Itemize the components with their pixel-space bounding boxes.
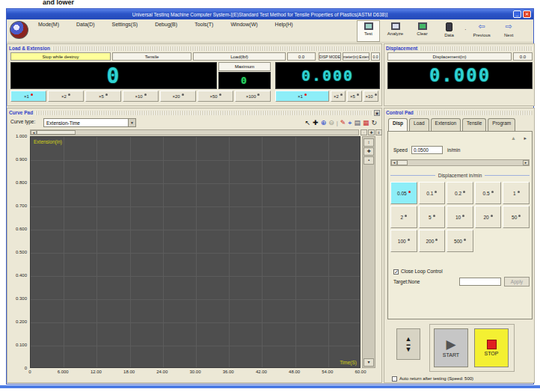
stop-while-destroy-button[interactable]: Stop while destroy xyxy=(10,52,111,61)
scroll-dot-button[interactable]: · xyxy=(360,129,367,135)
scroll-cross-button[interactable]: ✚ xyxy=(368,129,375,135)
speed-50-button[interactable]: 50 xyxy=(503,206,530,228)
menu-item-tools-t[interactable]: Tools(T) xyxy=(194,22,213,27)
speed-5-button[interactable]: 5 xyxy=(419,206,446,228)
tab-disp[interactable]: Disp xyxy=(388,118,408,132)
speed-grid-divider: Displacement in/min xyxy=(390,173,530,178)
scroll-lines-button[interactable]: ≡ xyxy=(375,129,382,135)
load-multiplier-100-button[interactable]: ×100 xyxy=(235,91,271,102)
hscroll-thumb[interactable] xyxy=(37,130,76,135)
toolbar-next-button[interactable]: ⇨Next xyxy=(497,20,521,42)
menu-item-help-h[interactable]: Help(H) xyxy=(275,22,293,27)
chart-hscrollbar[interactable]: ◄ xyxy=(30,129,359,135)
export-icon[interactable]: ▦ xyxy=(363,119,369,127)
load-multiplier-5-button[interactable]: ×5 xyxy=(85,91,121,102)
speed-0-2-button[interactable]: 0.2 xyxy=(447,182,473,204)
load-multiplier-2-button[interactable]: ×2 xyxy=(48,91,84,102)
panel-next-icon[interactable]: ▸ xyxy=(524,135,527,141)
toolbar-analyze-button[interactable]: Analyze xyxy=(384,20,407,42)
previous-arrow-icon: ⇦ xyxy=(479,22,485,31)
tab-program[interactable]: Program xyxy=(488,118,515,131)
test-monitor-icon xyxy=(364,22,373,30)
speed-1-button[interactable]: 1 xyxy=(503,182,530,204)
scroll-down-button[interactable]: ▾ xyxy=(363,358,374,367)
speed-10-button[interactable]: 10 xyxy=(447,206,473,228)
maximum-display: 0 xyxy=(218,72,271,89)
load-multiplier-10-button[interactable]: ×10 xyxy=(123,91,159,102)
close-loop-checkbox[interactable]: ✓ xyxy=(393,269,399,275)
zoom-out-icon[interactable]: ⊖ xyxy=(328,119,334,127)
refresh-icon[interactable]: ↻ xyxy=(371,119,377,127)
menu-toolbar-band: Mode(M)Data(D)Settings(S)Debug(B)Tools(T… xyxy=(7,19,533,43)
speed-scroll-thumb[interactable] xyxy=(397,160,408,165)
menu-item-settings-s[interactable]: Settings(S) xyxy=(112,22,138,27)
annotate-pen-icon[interactable]: ✎ xyxy=(340,119,346,127)
menu-item-window-w[interactable]: Window(W) xyxy=(230,22,257,27)
menu-item-mode-m[interactable]: Mode(M) xyxy=(38,22,59,27)
ext-multiplier-1-button[interactable]: ×1 xyxy=(275,91,329,102)
speed-2-button[interactable]: 2 xyxy=(390,206,417,228)
tab-extension[interactable]: Extension xyxy=(431,118,461,131)
clear-monitor-icon xyxy=(418,22,427,30)
speed-200-button[interactable]: 200 xyxy=(419,230,446,252)
ext-multiplier-10-button[interactable]: ×10 xyxy=(363,91,378,102)
speed-500-button[interactable]: 500 xyxy=(447,230,473,252)
close-loop-row[interactable]: ✓Close Loop Control xyxy=(393,269,443,275)
dot-button[interactable]: ▪ xyxy=(363,156,374,165)
menu-item-debug-b[interactable]: Debug(B) xyxy=(155,22,177,27)
load-multiplier-20-button[interactable]: ×20 xyxy=(160,91,196,102)
y-tick-label: 0.200 xyxy=(7,319,27,324)
stop-button[interactable]: STOP xyxy=(474,328,509,367)
x-tick-label: 60.00 xyxy=(350,370,371,374)
speed-unit: in/min xyxy=(447,147,460,153)
speed-scrollbar[interactable]: ◄ ► xyxy=(390,159,530,166)
load-multiplier-1-button[interactable]: ×1 xyxy=(10,91,46,102)
auto-return-checkbox[interactable] xyxy=(392,376,397,382)
tab-load[interactable]: Load xyxy=(409,118,429,131)
h-gridline xyxy=(31,299,360,300)
pan-icon[interactable]: ✚ xyxy=(313,119,319,127)
start-button[interactable]: ▶ START xyxy=(434,328,468,367)
curve-type-dropdown[interactable]: Extension-Time ▼ xyxy=(43,118,136,127)
ext-multiplier-2-button[interactable]: ×2 xyxy=(331,91,346,102)
jog-button[interactable]: ▲ ▬ ▼ xyxy=(396,328,420,360)
auto-return-row[interactable]: Auto return after testing (Speed: 500) xyxy=(392,376,473,382)
speed-100-label: 100 xyxy=(398,239,406,244)
cursor-icon[interactable]: ↖ xyxy=(305,119,311,127)
pan-vertical-button[interactable]: ✚ xyxy=(363,147,374,156)
target-input[interactable] xyxy=(459,278,501,286)
speed-input[interactable] xyxy=(411,146,443,154)
minimize-button[interactable]: _ xyxy=(513,10,521,18)
panel-up-icon[interactable]: ▲ xyxy=(511,135,516,141)
toolbar-clear-button[interactable]: Clear xyxy=(411,20,434,42)
toolbar-data-button[interactable]: Data xyxy=(438,20,461,42)
speed-0-1-button[interactable]: 0.1 xyxy=(419,182,446,204)
load-multiplier-50-label: ×50 xyxy=(209,94,217,99)
close-button[interactable]: ✕ xyxy=(523,10,531,18)
dropdown-arrow-icon[interactable]: ▼ xyxy=(128,119,135,126)
curve-pad-window-icon[interactable]: ▣ xyxy=(374,110,380,116)
ext-multiplier-5-button[interactable]: ×5 xyxy=(347,91,362,102)
speed-100-button[interactable]: 100 xyxy=(390,230,417,252)
chart-vscrollbar[interactable]: ↕✚▪▾ xyxy=(362,136,375,368)
tab-tensile[interactable]: Tensile xyxy=(462,118,486,131)
print-icon[interactable]: ▤ xyxy=(354,119,360,127)
scroll-right-icon[interactable]: ► xyxy=(523,160,529,165)
fit-vertical-button[interactable]: ↕ xyxy=(363,138,374,147)
menu-item-data-d[interactable]: Data(D) xyxy=(76,22,95,27)
zoom-in-icon[interactable]: ⊕ xyxy=(321,119,327,127)
load-multiplier-50-button[interactable]: ×50 xyxy=(197,91,233,102)
toolbar-test-button[interactable]: Test xyxy=(357,20,380,42)
scroll-left-icon[interactable]: ◄ xyxy=(31,130,37,135)
speed-20-button[interactable]: 20 xyxy=(475,206,502,228)
active-led xyxy=(31,94,33,96)
speed-0-5-button[interactable]: 0.5 xyxy=(475,182,502,204)
scroll-left-icon[interactable]: ◄ xyxy=(391,160,397,165)
toolbar-previous-button[interactable]: ⇦Previous xyxy=(470,20,494,42)
speed-0-05-button[interactable]: 0.05 xyxy=(390,182,417,204)
chart-plot-area[interactable]: Extension(in) Time(S) xyxy=(30,136,360,368)
picker-icon[interactable]: ⌖ xyxy=(348,119,352,127)
apply-button[interactable]: Apply xyxy=(504,277,530,287)
load-multiplier-100-label: ×100 xyxy=(246,94,257,99)
screenshot-root: and lower Universal Testing Machine Comp… xyxy=(0,0,540,392)
